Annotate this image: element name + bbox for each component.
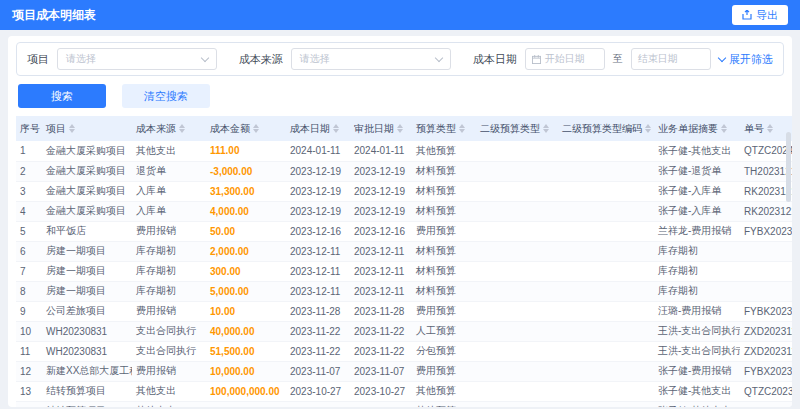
sort-icon[interactable] xyxy=(69,124,75,133)
table-cell: 金融大厦采购项目 xyxy=(42,201,132,221)
project-select-placeholder: 请选择 xyxy=(66,52,96,66)
export-icon xyxy=(742,10,752,20)
table-row[interactable]: 9公司差旅项目费用报销10.002023-11-282023-11-28费用预算… xyxy=(16,301,792,321)
table-row[interactable]: 2金融大厦采购项目退货单-3,000.002023-12-192023-12-1… xyxy=(16,161,792,181)
table-cell: 8 xyxy=(16,281,42,301)
project-select[interactable]: 请选择 xyxy=(57,48,217,70)
table-row[interactable]: 1金融大厦采购项目其他支出111.002024-01-112024-01-11其… xyxy=(16,141,792,161)
table-cell: 13 xyxy=(16,381,42,401)
sort-icon[interactable] xyxy=(721,124,727,133)
table-cell: 费用预算 xyxy=(412,301,476,321)
table-cell: 汪璐-费用报销 xyxy=(654,301,740,321)
top-bar: 项目成本明细表 导出 xyxy=(0,0,800,30)
table-cell: 2023-11-28 xyxy=(350,301,412,321)
scrollbar-thumb[interactable] xyxy=(786,132,791,202)
table-cell xyxy=(476,261,558,281)
date-start-input[interactable]: 开始日期 xyxy=(525,48,605,70)
table-cell: 2023-11-22 xyxy=(286,341,350,361)
table-row[interactable]: 3金融大厦采购项目入库单31,300.002023-12-192023-12-1… xyxy=(16,181,792,201)
clear-search-button[interactable]: 清空搜索 xyxy=(122,84,210,108)
column-header[interactable]: 审批日期 xyxy=(350,116,412,141)
table-row[interactable]: 8房建一期项目库存期初5,000.002023-12-112023-12-11材… xyxy=(16,281,792,301)
table-row[interactable]: 6房建一期项目库存期初2,000.002023-12-112023-12-11材… xyxy=(16,241,792,261)
table-cell xyxy=(558,141,654,161)
project-filter-label: 项目 xyxy=(27,52,49,67)
column-header-label: 审批日期 xyxy=(354,123,394,134)
column-header[interactable]: 二级预算类型编码 xyxy=(558,116,654,141)
table-row[interactable]: 7房建一期项目库存期初300.002023-12-112023-12-11材料预… xyxy=(16,261,792,281)
sort-icon[interactable] xyxy=(179,124,185,133)
column-header[interactable]: 预算类型 xyxy=(412,116,476,141)
table-cell: 王洪-支出合同执行 xyxy=(654,341,740,361)
column-header[interactable]: 序号 xyxy=(16,116,42,141)
column-header[interactable]: 成本金额 xyxy=(206,116,286,141)
table-row[interactable]: 4金融大厦采购项目入库单4,000.002023-12-192023-12-19… xyxy=(16,201,792,221)
expand-filter-link[interactable]: 展开筛选 xyxy=(719,52,773,67)
table-cell: 材料预算 xyxy=(412,261,476,281)
table-cell: 10 xyxy=(16,321,42,341)
table-cell: 2023-12-19 xyxy=(286,201,350,221)
table-row[interactable]: 5和平饭店费用报销50.002023-12-162023-12-16费用预算兰祥… xyxy=(16,221,792,241)
table-cell: 分包预算 xyxy=(412,341,476,361)
table-cell: 6 xyxy=(16,241,42,261)
table-row[interactable]: 14结转预算项目其他支出200,000,000.002023-10-272023… xyxy=(16,401,792,407)
table-cell: 2023-12-19 xyxy=(350,181,412,201)
table-cell: 费用预算 xyxy=(412,361,476,381)
table-cell: 4 xyxy=(16,201,42,221)
table-row[interactable]: 10WH20230831支出合同执行40,000.002023-11-22202… xyxy=(16,321,792,341)
source-select[interactable]: 请选择 xyxy=(291,48,451,70)
table-cell: FYBX20231216001 xyxy=(740,221,792,241)
table-cell: 2024-01-11 xyxy=(286,141,350,161)
table-cell xyxy=(476,221,558,241)
table-cell: 材料预算 xyxy=(412,241,476,261)
table-cell: 退货单 xyxy=(132,161,206,181)
search-button[interactable]: 搜索 xyxy=(18,84,106,108)
table-cell: 2023-10-27 xyxy=(286,381,350,401)
table-scrollbar[interactable] xyxy=(786,132,791,397)
date-end-input[interactable]: 结束日期 xyxy=(631,48,711,70)
column-header[interactable]: 二级预算类型 xyxy=(476,116,558,141)
table-row[interactable]: 12新建XX总部大厦工程二期费用报销10,000.002023-11-07202… xyxy=(16,361,792,381)
table-cell: 2023-10-27 xyxy=(350,401,412,407)
table-cell: WH20230831 xyxy=(42,341,132,361)
table-cell: 张子健-入库单 xyxy=(654,201,740,221)
table-cell xyxy=(476,141,558,161)
table-cell xyxy=(476,281,558,301)
chevron-down-icon xyxy=(201,53,209,61)
table-row[interactable]: 11WH20230831支出合同执行51,500.002023-11-22202… xyxy=(16,341,792,361)
column-header[interactable]: 项目 xyxy=(42,116,132,141)
export-button[interactable]: 导出 xyxy=(732,5,788,25)
sort-icon[interactable] xyxy=(333,124,339,133)
table-cell: 2023-11-28 xyxy=(286,301,350,321)
table-cell: 结转预算项目 xyxy=(42,381,132,401)
table-cell: QTZC20240111001 xyxy=(740,141,792,161)
table-cell: 材料预算 xyxy=(412,161,476,181)
column-header-label: 成本来源 xyxy=(136,123,176,134)
table-cell: FYBK20231128001 xyxy=(740,301,792,321)
sort-icon[interactable] xyxy=(459,124,465,133)
table-cell: 材料预算 xyxy=(412,201,476,221)
sort-icon[interactable] xyxy=(645,124,651,133)
source-filter-label: 成本来源 xyxy=(239,52,283,67)
column-header[interactable]: 单号 xyxy=(740,116,792,141)
table-cell xyxy=(558,341,654,361)
table-cell xyxy=(476,321,558,341)
table-cell xyxy=(558,261,654,281)
sort-icon[interactable] xyxy=(397,124,403,133)
table-cell xyxy=(476,301,558,321)
table-cell: 房建一期项目 xyxy=(42,281,132,301)
sort-icon[interactable] xyxy=(767,124,773,133)
table-cell: 10,000.00 xyxy=(206,361,286,381)
column-header[interactable]: 业务单据摘要 xyxy=(654,116,740,141)
sort-icon[interactable] xyxy=(253,124,259,133)
table-cell: 2,000.00 xyxy=(206,241,286,261)
date-separator: 至 xyxy=(613,52,623,66)
column-header[interactable]: 成本来源 xyxy=(132,116,206,141)
table-cell xyxy=(476,401,558,407)
table-cell: 2023-12-16 xyxy=(286,221,350,241)
table-row[interactable]: 13结转预算项目其他支出100,000,000.002023-10-272023… xyxy=(16,381,792,401)
column-header[interactable]: 成本日期 xyxy=(286,116,350,141)
table-cell: 金融大厦采购项目 xyxy=(42,181,132,201)
sort-icon[interactable] xyxy=(543,124,549,133)
table-cell: 其他预算 xyxy=(412,401,476,407)
